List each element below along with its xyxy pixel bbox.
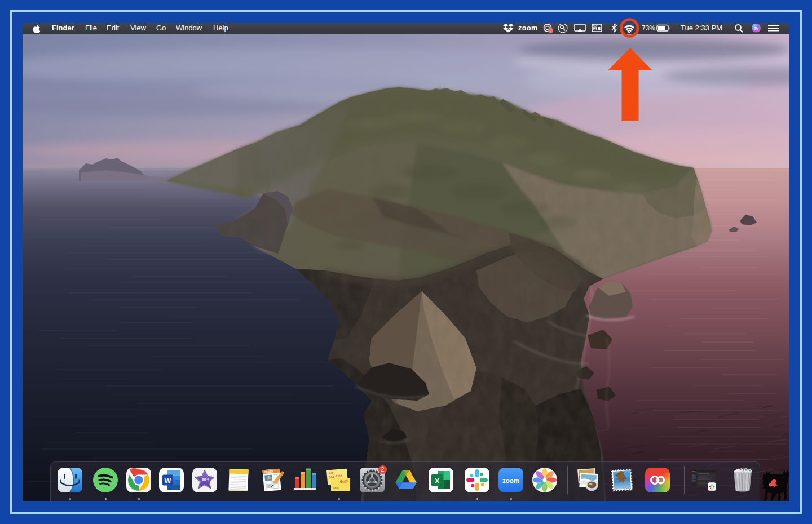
svg-text:X: X [435, 477, 440, 485]
svg-text:W: W [165, 477, 171, 485]
svg-text:Milk: Milk [333, 486, 339, 490]
svg-text:Liz: Liz [329, 471, 333, 475]
svg-text:zoom: zoom [502, 477, 519, 484]
svg-text:2: 2 [381, 466, 385, 473]
